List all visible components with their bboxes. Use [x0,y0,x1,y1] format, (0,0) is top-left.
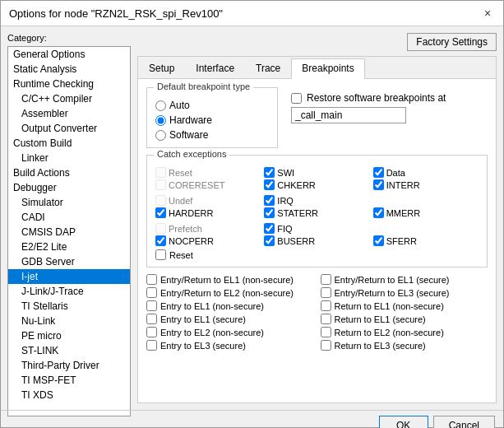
exc-item-reset: Reset [155,167,261,178]
sidebar-item-gdb-server[interactable]: GDB Server [8,254,130,269]
sidebar-item-build-actions[interactable]: Build Actions [8,165,130,180]
exc-item-swi[interactable]: SWI [264,167,369,178]
tabs-container: SetupInterfaceTraceBreakpoints Default b… [137,56,497,403]
el-item-entryreturn-to-el2-non-secure[interactable]: Entry/Return to EL2 (non-secure) [146,287,314,298]
content-area: Category: General OptionsStatic Analysis… [1,26,503,410]
el-item-entry-to-el1-non-secure[interactable]: Entry to EL1 (non-secure) [146,300,314,311]
exceptions-grid: ResetSWIDataCORERESETCHKERRINTERRUndefIR… [155,162,479,246]
breakpoints-tab-content: Default breakpoint type AutoHardwareSoft… [138,79,496,402]
el-item-entry-to-el1-secure[interactable]: Entry to EL1 (secure) [146,314,314,324]
exc-item-nocperr[interactable]: NOCPERR [155,235,261,246]
dialog: Options for node "RZN2L_RSK_spi_Rev100" … [0,0,504,428]
el-item-entryreturn-to-el3-secure[interactable]: Entry/Return to EL3 (secure) [321,287,488,298]
sidebar-item-linker[interactable]: Linker [8,151,130,165]
tab-breakpoints[interactable]: Breakpoints [291,58,364,79]
exc-item-mmerr[interactable]: MMERR [373,207,479,218]
sidebar-item-j-linkj-trace[interactable]: J-Link/J-Trace [8,284,130,299]
radio-software[interactable]: Software [155,129,269,141]
el-item-return-to-el2-non-secure[interactable]: Return to EL2 (non-secure) [321,327,488,337]
sidebar-item-cadi[interactable]: CADI [8,210,130,225]
radio-hardware[interactable]: Hardware [155,114,269,126]
radio-group: AutoHardwareSoftware [155,95,269,141]
cancel-button[interactable]: Cancel [433,416,495,428]
radio-label-hardware: Hardware [169,114,212,126]
el-item-return-to-el3-secure[interactable]: Return to EL3 (secure) [321,340,488,351]
exc-item-sferr[interactable]: SFERR [373,235,479,246]
exc-item-prefetch: Prefetch [155,223,261,234]
radio-label-software: Software [169,129,208,141]
radio-auto[interactable]: Auto [155,100,269,111]
exc-item-data[interactable]: Data [373,167,479,178]
tab-interface[interactable]: Interface [185,58,245,78]
exc-item-harderr[interactable]: HARDERR [155,207,261,218]
title-bar: Options for node "RZN2L_RSK_spi_Rev100" … [1,1,503,26]
sidebar-item-cmsis-dap[interactable]: CMSIS DAP [8,225,130,240]
category-label: Category: [7,33,131,43]
sidebar-item-cc-compiler[interactable]: C/C++ Compiler [8,91,130,106]
radio-label-auto: Auto [169,100,190,111]
catch-exceptions-title: Catch exceptions [154,149,229,159]
reset-single-row: Reset [155,249,479,260]
sidebar-item-pe-micro[interactable]: PE micro [8,328,130,343]
catch-exceptions-group: Catch exceptions ResetSWIDataCORERESETCH… [146,155,488,268]
default-breakpoint-title: Default breakpoint type [154,81,253,91]
sidebar-item-i-jet[interactable]: I-jet [8,269,130,284]
sidebar-item-st-link[interactable]: ST-LINK [8,343,130,358]
tab-setup[interactable]: Setup [138,58,185,78]
restore-row: Restore software breakpoints at [291,92,446,104]
exc-item-buserr[interactable]: BUSERR [264,235,369,246]
exceptions-row: ResetSWIDataCORERESETCHKERRINTERR [155,162,479,190]
default-breakpoint-group: Default breakpoint type AutoHardwareSoft… [146,87,278,148]
el-item-entry-to-el2-non-secure[interactable]: Entry to EL2 (non-secure) [146,327,314,337]
el-item-entryreturn-to-el1-secure[interactable]: Entry/Return to EL1 (secure) [321,274,488,285]
exc-item-staterr[interactable]: STATERR [264,207,369,218]
breakpoint-top-row: Default breakpoint type AutoHardwareSoft… [146,87,488,155]
restore-checkbox[interactable] [291,93,302,104]
dialog-title: Options for node "RZN2L_RSK_spi_Rev100" [9,7,223,20]
sidebar-item-ti-msp-fet[interactable]: TI MSP-FET [8,373,130,388]
restore-input[interactable] [291,107,406,123]
main-panel: Factory Settings SetupInterfaceTraceBrea… [137,33,497,403]
factory-settings-button[interactable]: Factory Settings [407,33,497,51]
exc-item-empty [373,223,479,234]
dialog-footer: OK Cancel [1,410,503,428]
restore-label: Restore software breakpoints at [307,92,446,104]
sidebar-item-static-analysis[interactable]: Static Analysis [8,62,130,77]
reset-single-checkbox[interactable] [155,249,166,260]
exc-item-empty [373,195,479,206]
sidebar-item-general-options[interactable]: General Options [8,47,130,62]
el-item-entryreturn-to-el1-non-secure[interactable]: Entry/Return to EL1 (non-secure) [146,274,314,285]
sidebar-item-e2e2-lite[interactable]: E2/E2 Lite [8,240,130,254]
reset-single-label: Reset [169,250,193,260]
sidebar: Category: General OptionsStatic Analysis… [7,33,131,403]
sidebar-item-third-party-driver[interactable]: Third-Party Driver [8,358,130,373]
sidebar-item-nu-link[interactable]: Nu-Link [8,314,130,328]
exc-item-irq[interactable]: IRQ [264,195,369,206]
exc-item-corereset: CORERESET [155,179,261,190]
el-item-entry-to-el3-secure[interactable]: Entry to EL3 (secure) [146,340,314,351]
exc-item-fiq[interactable]: FIQ [264,223,369,234]
exc-item-undef: Undef [155,195,261,206]
sidebar-item-debugger[interactable]: Debugger [8,180,130,195]
restore-box: Restore software breakpoints at [291,87,446,155]
el-item-return-to-el1-non-secure[interactable]: Return to EL1 (non-secure) [321,300,488,311]
factory-row: Factory Settings [137,33,497,51]
sidebar-item-output-converter[interactable]: Output Converter [8,121,130,136]
sidebar-item-assembler[interactable]: Assembler [8,106,130,121]
tab-trace[interactable]: Trace [245,58,291,78]
exc-item-interr[interactable]: INTERR [373,179,479,190]
exc-item-chkerr[interactable]: CHKERR [264,179,369,190]
sidebar-item-ti-stellaris[interactable]: TI Stellaris [8,299,130,314]
tabs-bar: SetupInterfaceTraceBreakpoints [138,57,496,79]
el-grid: Entry/Return to EL1 (non-secure)Entry/Re… [146,274,488,351]
sidebar-item-runtime-checking[interactable]: Runtime Checking [8,77,130,91]
sidebar-item-simulator[interactable]: Simulator [8,195,130,210]
close-button[interactable]: × [480,6,495,21]
sidebar-item-ti-xds[interactable]: TI XDS [8,388,130,402]
exceptions-row: PrefetchFIQNOCPERRBUSERRSFERR [155,218,479,246]
sidebar-item-custom-build[interactable]: Custom Build [8,136,130,151]
ok-button[interactable]: OK [379,416,428,428]
el-item-return-to-el1-secure[interactable]: Return to EL1 (secure) [321,314,488,324]
exceptions-row: UndefIRQHARDERRSTATERRMMERR [155,190,479,218]
sidebar-list: General OptionsStatic AnalysisRuntime Ch… [7,46,131,416]
